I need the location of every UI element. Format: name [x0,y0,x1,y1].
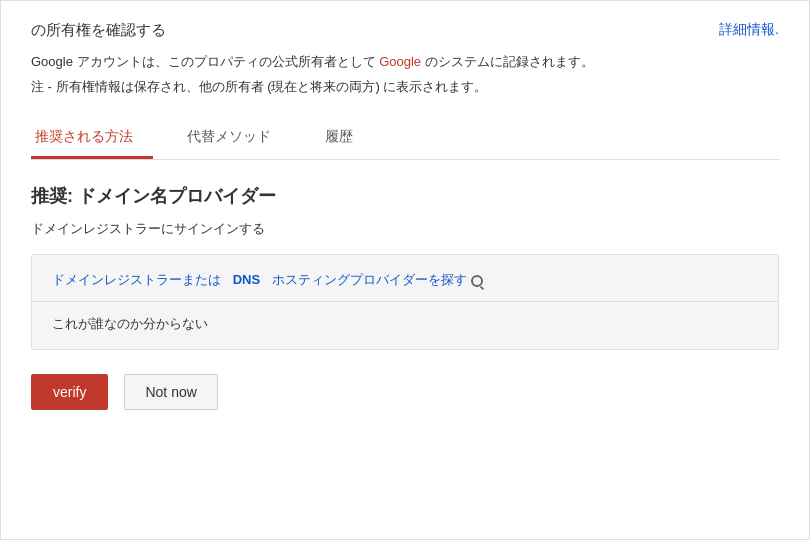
description-line2: 注 - 所有権情報は保存され、他の所有者 (現在と将来の両方) に表示されます。 [31,77,779,98]
unknown-owner-link[interactable]: これが誰なのか分からない [52,316,208,331]
provider-card: ドメインレジストラーまたは DNS ホスティングプロバイダーを探す これが誰なの… [31,254,779,350]
search-icon [471,275,483,287]
card-link-before: ドメインレジストラーまたは [52,271,221,289]
not-now-button[interactable]: Not now [124,374,217,410]
card-link-after: ホスティングプロバイダーを探す [272,271,467,289]
dns-highlight: DNS [233,272,260,287]
description-line1: Google アカウントは、このプロパティの公式所有者として Google のシ… [31,52,779,73]
tab-bar: 推奨される方法 代替メソッド 履歴 [31,118,779,160]
header-section: の所有権を確認する 詳細情報. Google アカウントは、このプロパティの公式… [31,21,779,98]
section-subtitle: ドメインレジストラーにサインインする [31,220,779,238]
tab-history[interactable]: 履歴 [321,118,373,159]
tab-alternative[interactable]: 代替メソッド [183,118,291,159]
tab-recommended[interactable]: 推奨される方法 [31,118,153,159]
dns-provider-link[interactable]: ドメインレジストラーまたは DNS ホスティングプロバイダーを探す [52,271,758,289]
action-buttons: verify Not now [31,374,779,410]
google-name: Google [379,54,421,69]
description-line1-after: のシステムに記録されます。 [425,54,594,69]
header-row: の所有権を確認する 詳細情報. [31,21,779,40]
detail-link[interactable]: 詳細情報. [719,21,779,39]
section-title: 推奨: ドメイン名プロバイダー [31,184,779,208]
verify-button[interactable]: verify [31,374,108,410]
main-container: の所有権を確認する 詳細情報. Google アカウントは、このプロパティの公式… [0,0,810,540]
description-line1-before: Google アカウントは、このプロパティの公式所有者として [31,54,376,69]
header-title: の所有権を確認する [31,21,166,40]
card-divider [32,301,778,302]
